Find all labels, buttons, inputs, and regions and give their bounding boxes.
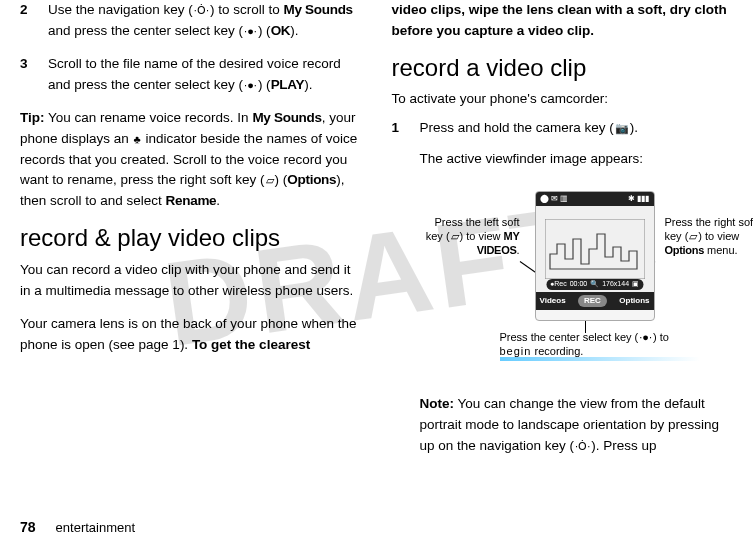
continued-bold: video clips, wipe the lens clean with a … xyxy=(392,0,734,42)
text: . xyxy=(516,244,519,256)
left-column: 2 Use the navigation key (·Ȯ·) to scroll… xyxy=(20,0,362,490)
right-column: video clips, wipe the lens clean with a … xyxy=(392,0,734,490)
nav-key-icon: ·Ȯ· xyxy=(574,438,591,455)
annotation-line-bottom xyxy=(585,321,586,333)
page-number: 78 xyxy=(20,517,36,539)
tip-paragraph: Tip: You can rename voice records. In My… xyxy=(20,108,362,213)
viewfinder-info-bar: ●Rec 00:00 🔍 176x144 ▣ xyxy=(546,279,643,290)
text: ). xyxy=(630,120,638,135)
center-key-icon: ·●· xyxy=(243,23,258,40)
softkey-rec: REC xyxy=(578,295,607,307)
rec-time: 00:00 xyxy=(570,280,588,289)
text: ). xyxy=(304,77,312,92)
text: ). xyxy=(290,23,298,38)
step-2-number: 2 xyxy=(20,0,34,42)
resolution-label: 176x144 xyxy=(602,280,629,289)
status-icons-left: ⬤ ✉ ▥ xyxy=(540,194,568,204)
text: ) ( xyxy=(258,77,271,92)
mode-icon: ▣ xyxy=(632,280,639,289)
text: Press and hold the camera key ( xyxy=(420,120,614,135)
viewfinder-intro: The active viewfinder image appears: xyxy=(420,149,734,170)
text: ) to view xyxy=(460,230,504,242)
text: menu. xyxy=(704,244,738,256)
cityscape-icon xyxy=(545,219,645,279)
viewfinder-preview: ●Rec 00:00 🔍 176x144 ▣ xyxy=(536,206,654,292)
left-para-1: You can record a video clip with your ph… xyxy=(20,260,362,302)
text: recording. xyxy=(531,345,583,357)
text: and press the center select key ( xyxy=(48,23,243,38)
step-1: 1 Press and hold the camera key (📷). The… xyxy=(392,118,734,457)
annotation-center-key: Press the center select key (·●·) to beg… xyxy=(500,331,700,359)
step-3: 3 Scroll to the file name of the desired… xyxy=(20,54,362,96)
step-1-body: Press and hold the camera key (📷). The a… xyxy=(420,118,734,457)
viewfinder-statusbar: ⬤ ✉ ▥ ✱ ▮▮▮ xyxy=(536,192,654,206)
my-sounds-label: My Sounds xyxy=(284,2,353,17)
nav-key-icon: ·Ȯ· xyxy=(193,2,210,19)
camera-key-icon: 📷 xyxy=(614,120,630,137)
bold-text: To get the clearest xyxy=(192,337,310,352)
text: Press the center select key ( xyxy=(500,331,639,343)
text: ) ( xyxy=(275,172,288,187)
softkey-videos: Videos xyxy=(540,296,566,306)
annotation-left-softkey: Press the left soft key (▱) to view MY V… xyxy=(420,216,520,257)
text: You can rename voice records. In xyxy=(45,110,253,125)
begin-text: begin xyxy=(500,345,532,357)
mic-icon: ♣ xyxy=(133,131,142,148)
rename-label: Rename xyxy=(166,193,217,208)
record-clip-heading: record a video clip xyxy=(392,54,734,82)
text: ) to scroll to xyxy=(210,2,284,17)
text: ). Press up xyxy=(591,438,656,453)
soft-key-right-icon: ▱ xyxy=(688,230,698,244)
annotation-line-left xyxy=(519,261,536,273)
options-label: Options xyxy=(287,172,336,187)
footer-section-label: entertainment xyxy=(56,518,136,538)
camcorder-intro: To activate your phone's camcorder: xyxy=(392,89,734,110)
color-strip xyxy=(500,357,700,361)
text: You can change the view from the default… xyxy=(420,396,719,453)
page-footer: 78 entertainment xyxy=(20,517,135,539)
text: ) to xyxy=(653,331,669,343)
ok-label: OK xyxy=(271,23,291,38)
soft-key-left-icon: ▱ xyxy=(450,230,460,244)
note-paragraph: Note: You can change the view from the d… xyxy=(420,394,734,457)
note-label: Note: xyxy=(420,396,455,411)
center-key-icon: ·●· xyxy=(243,77,258,94)
text: ) to view xyxy=(698,230,739,242)
viewfinder-figure: Press the left soft key (▱) to view MY V… xyxy=(420,176,734,386)
step-3-body: Scroll to the file name of the desired v… xyxy=(48,54,362,96)
text: Use the navigation key ( xyxy=(48,2,193,17)
status-icons-right: ✱ ▮▮▮ xyxy=(628,194,649,204)
page-content: 2 Use the navigation key (·Ȯ·) to scroll… xyxy=(0,0,753,510)
left-para-2: Your camera lens is on the back of your … xyxy=(20,314,362,356)
text: . xyxy=(216,193,220,208)
step-3-number: 3 xyxy=(20,54,34,96)
play-label: PLAY xyxy=(271,77,305,92)
soft-key-right-icon: ▱ xyxy=(265,172,275,189)
step-2-body: Use the navigation key (·Ȯ·) to scroll t… xyxy=(48,0,362,42)
record-play-heading: record & play video clips xyxy=(20,224,362,252)
softkey-options: Options xyxy=(619,296,649,306)
my-sounds-label: My Sounds xyxy=(252,110,321,125)
rec-indicator: ●Rec xyxy=(550,280,567,289)
tip-label: Tip: xyxy=(20,110,45,125)
viewfinder-softkey-bar: Videos REC Options xyxy=(536,292,654,310)
text: ) ( xyxy=(258,23,271,38)
viewfinder-screen: ⬤ ✉ ▥ ✱ ▮▮▮ ●Rec 00:00 🔍 xyxy=(535,191,655,321)
zoom-icon: 🔍 xyxy=(590,280,599,289)
options-label: Options xyxy=(665,244,704,256)
center-key-icon: ·●· xyxy=(638,331,653,345)
step-2: 2 Use the navigation key (·Ȯ·) to scroll… xyxy=(20,0,362,42)
step-1-number: 1 xyxy=(392,118,406,457)
annotation-right-softkey: Press the right soft key (▱) to view Opt… xyxy=(665,216,754,257)
